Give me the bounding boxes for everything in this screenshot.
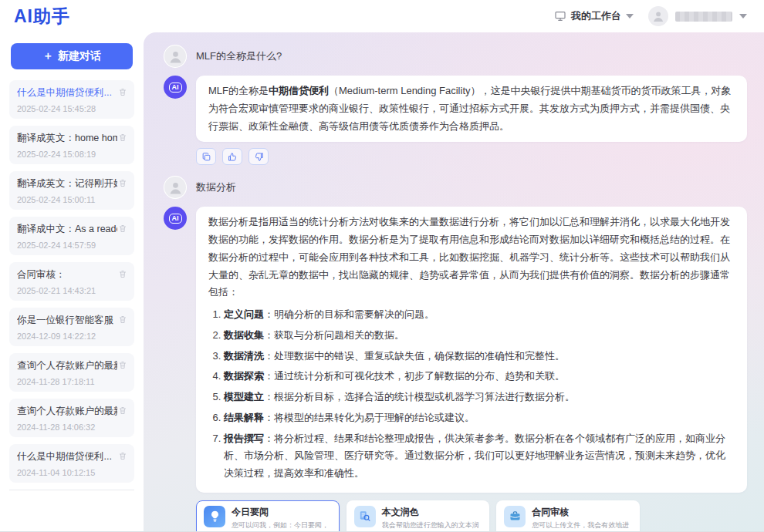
step-label: 模型建立 xyxy=(224,391,264,402)
history-title: 什么是中期借贷便利... xyxy=(17,86,117,99)
history-item[interactable]: 翻译成英文：记得刚开始... 2025-02-24 15:00:11 xyxy=(9,171,134,210)
ai-msg1-prefix: MLF的全称是 xyxy=(208,85,269,96)
thumbs-up-button[interactable] xyxy=(222,148,242,165)
copy-icon xyxy=(201,152,211,162)
step-text: ：通过统计分析和可视化技术，初步了解数据的分布、趋势和关联。 xyxy=(264,370,565,382)
trash-icon[interactable] xyxy=(118,360,127,370)
chat-panel: MLF的全称是什么? AI MLF的全称是中期借贷便利（Medium-term … xyxy=(144,32,764,531)
ai-msg1-bold: 中期借贷便利 xyxy=(269,85,329,96)
feature-card-desc: 您可以问我，例如：今日要闻，我会尽力提供准确和可靠的答案。 xyxy=(232,520,332,531)
step-label: 定义问题 xyxy=(224,308,264,320)
history-title: 什么是中期借贷便利... xyxy=(17,450,117,463)
message-actions xyxy=(196,148,747,165)
history-title: 翻译成中文：As a reader... xyxy=(17,223,117,236)
feature-card-news[interactable]: 今日要闻您可以问我，例如：今日要闻，我会尽力提供准确和可靠的答案。 xyxy=(196,500,340,531)
history-time: 2025-02-24 15:45:28 xyxy=(17,104,127,113)
trash-icon[interactable] xyxy=(118,406,127,416)
new-chat-button[interactable]: ＋新建对话 xyxy=(11,43,133,69)
step-label: 报告撰写 xyxy=(224,433,264,444)
step-text: ：明确分析的目标和需要解决的问题。 xyxy=(264,308,434,320)
ai-avatar-label: AI xyxy=(169,82,182,93)
feature-cards-grid: 今日要闻您可以问我，例如：今日要闻，我会尽力提供准确和可靠的答案。 本文润色我会… xyxy=(196,500,640,531)
history-title: 翻译成英文：记得刚开始... xyxy=(17,177,117,190)
history-title: 合同审核： xyxy=(17,268,117,281)
new-chat-label: 新建对话 xyxy=(58,49,101,63)
step-label: 数据收集 xyxy=(224,329,264,341)
history-time: 2024-12-09 14:22:12 xyxy=(17,332,127,341)
history-item[interactable]: 翻译成中文：As a reader... 2025-02-24 14:57:59 xyxy=(9,217,134,255)
step-item: 数据探索：通过统计分析和可视化技术，初步了解数据的分布、趋势和关联。 xyxy=(224,368,735,386)
app-logo: AI助手 xyxy=(14,5,70,29)
history-title: 查询个人存款账户的最新... xyxy=(17,405,117,418)
sidebar: ＋新建对话 什么是中期借贷便利... 2025-02-24 15:45:28 翻… xyxy=(0,32,144,531)
history-item[interactable]: 什么是中期借贷便利... 2024-11-04 10:12:15 xyxy=(9,444,134,483)
history-title: 查询个人存款账户的最新... xyxy=(17,359,117,372)
step-text: ：将分析过程、结果和结论整理成报告，供决策者参考。数据分析在各个领域都有广泛的应… xyxy=(224,433,725,480)
thumbs-up-icon xyxy=(228,152,238,162)
username-redacted xyxy=(675,12,732,22)
thumbs-down-icon xyxy=(254,152,264,162)
history-time: 2025-02-21 14:43:21 xyxy=(17,286,127,295)
feature-card-contract[interactable]: 合同审核您可以上传文件，我会有效地进行合同审核，确保合同满足您的业务需求。 xyxy=(496,500,640,531)
ai-message: AI 数据分析是指用适当的统计分析方法对收集来的大量数据进行分析，将它们加以汇总… xyxy=(164,207,747,493)
workspace-menu[interactable]: 我的工作台 xyxy=(554,9,634,23)
feature-card-title: 合同审核 xyxy=(532,506,632,519)
history-title: 翻译成英文：home home xyxy=(17,132,117,145)
trash-icon[interactable] xyxy=(118,451,127,461)
user-message-text: MLF的全称是什么? xyxy=(196,49,282,63)
copy-button[interactable] xyxy=(196,148,216,165)
user-avatar[interactable] xyxy=(648,6,668,26)
step-item: 定义问题：明确分析的目标和需要解决的问题。 xyxy=(224,306,735,324)
polish-icon xyxy=(354,506,376,527)
step-item: 结果解释：将模型的结果转化为易于理解的结论或建议。 xyxy=(224,409,735,427)
user-message: 数据分析 xyxy=(164,176,747,199)
step-label: 结果解释 xyxy=(224,412,264,423)
step-label: 数据清洗 xyxy=(224,350,264,362)
step-text: ：处理数据中的错误、重复或缺失值，确保数据的准确性和完整性。 xyxy=(264,350,565,362)
step-item: 数据收集：获取与分析问题相关的数据。 xyxy=(224,327,735,345)
history-time: 2024-11-28 14:06:32 xyxy=(17,423,127,432)
thumbs-down-button[interactable] xyxy=(248,148,269,165)
trash-icon[interactable] xyxy=(118,315,127,325)
steps-list: 定义问题：明确分析的目标和需要解决的问题。 数据收集：获取与分析问题相关的数据。… xyxy=(224,306,735,483)
trash-icon[interactable] xyxy=(118,269,127,279)
history-divider xyxy=(9,490,134,490)
workspace-label: 我的工作台 xyxy=(571,9,621,23)
chevron-down-icon xyxy=(626,14,634,19)
step-item: 模型建立：根据分析目标，选择合适的统计模型或机器学习算法进行数据分析。 xyxy=(224,389,735,406)
history-item[interactable]: 查询个人存款账户的最新... 2024-11-28 14:06:32 xyxy=(9,399,134,437)
header-right: 我的工作台 xyxy=(554,6,747,26)
person-icon xyxy=(651,9,665,23)
user-message: MLF的全称是什么? xyxy=(164,45,747,68)
app-window: AI助手 我的工作台 ＋新建对话 什么是中期借贷便利... 2025-02-24… xyxy=(0,0,764,532)
user-message-text: 数据分析 xyxy=(196,180,236,194)
step-text: ：获取与分析问题相关的数据。 xyxy=(264,329,404,341)
trash-icon[interactable] xyxy=(118,133,127,143)
trash-icon[interactable] xyxy=(118,178,127,188)
ai-avatar: AI xyxy=(164,76,187,99)
chevron-down-icon[interactable] xyxy=(739,14,747,19)
history-title: 你是一位银行智能客服，... xyxy=(17,314,117,327)
trash-icon[interactable] xyxy=(118,224,127,234)
history-time: 2025-02-24 15:08:19 xyxy=(17,150,127,159)
ai-message-card: 数据分析是指用适当的统计分析方法对收集来的大量数据进行分析，将它们加以汇总和理解… xyxy=(196,207,747,493)
history-item[interactable]: 查询个人存款账户的最新... 2024-11-28 17:18:11 xyxy=(9,353,134,392)
step-item: 数据清洗：处理数据中的错误、重复或缺失值，确保数据的准确性和完整性。 xyxy=(224,348,735,365)
history-item[interactable]: 你是一位银行智能客服，... 2024-12-09 14:22:12 xyxy=(9,308,134,346)
feature-card-title: 今日要闻 xyxy=(232,506,332,519)
monitor-icon xyxy=(554,10,566,22)
briefcase-icon xyxy=(504,506,526,527)
ai-avatar-label: AI xyxy=(169,214,182,224)
ai-msg2-intro: 数据分析是指用适当的统计分析方法对收集来的大量数据进行分析，将它们加以汇总和理解… xyxy=(208,216,730,298)
history-item[interactable]: 合同审核： 2025-02-21 14:43:21 xyxy=(9,262,134,301)
feature-card-polish[interactable]: 本文润色我会帮助您进行您输入的文本润色，提高文本的流畅度和表达效果。 xyxy=(347,500,490,531)
ai-message-card: MLF的全称是中期借贷便利（Medium-term Lending Facili… xyxy=(196,76,747,142)
ai-message: AI MLF的全称是中期借贷便利（Medium-term Lending Fac… xyxy=(164,76,747,142)
ai-avatar: AI xyxy=(164,207,187,230)
history-item[interactable]: 什么是中期借贷便利... 2025-02-24 15:45:28 xyxy=(9,80,134,119)
history-item[interactable]: 翻译成英文：home home 2025-02-24 15:08:19 xyxy=(9,126,134,164)
history-time: 2024-11-28 17:18:11 xyxy=(17,377,127,386)
history-time: 2024-11-04 10:12:15 xyxy=(17,468,127,477)
trash-icon[interactable] xyxy=(118,87,127,97)
feature-card-desc: 您可以上传文件，我会有效地进行合同审核，确保合同满足您的业务需求。 xyxy=(532,520,632,531)
